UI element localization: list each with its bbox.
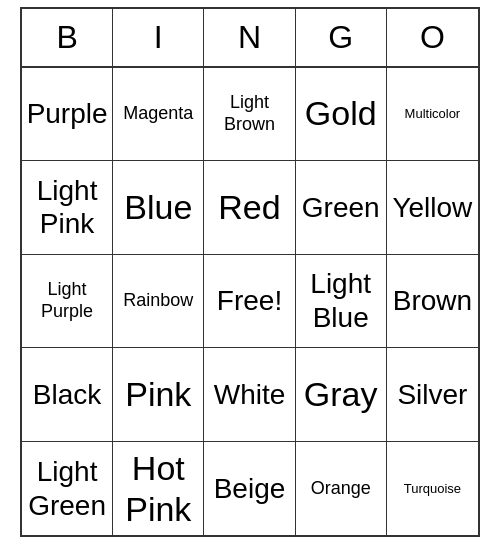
bingo-cell-6: Blue bbox=[113, 161, 204, 255]
bingo-cell-21: HotPink bbox=[113, 442, 204, 536]
bingo-grid: PurpleMagentaLightBrownGoldMulticolorLig… bbox=[22, 68, 478, 536]
bingo-cell-3: Gold bbox=[296, 68, 387, 162]
bingo-cell-20: LightGreen bbox=[22, 442, 113, 536]
header-cell-N: N bbox=[204, 9, 295, 66]
bingo-header: BINGO bbox=[22, 9, 478, 68]
header-cell-I: I bbox=[113, 9, 204, 66]
bingo-cell-17: White bbox=[204, 348, 295, 442]
bingo-cell-12: Free! bbox=[204, 255, 295, 349]
bingo-cell-13: LightBlue bbox=[296, 255, 387, 349]
bingo-cell-15: Black bbox=[22, 348, 113, 442]
bingo-cell-16: Pink bbox=[113, 348, 204, 442]
header-cell-O: O bbox=[387, 9, 478, 66]
bingo-cell-8: Green bbox=[296, 161, 387, 255]
bingo-cell-11: Rainbow bbox=[113, 255, 204, 349]
bingo-cell-23: Orange bbox=[296, 442, 387, 536]
bingo-cell-10: LightPurple bbox=[22, 255, 113, 349]
bingo-cell-22: Beige bbox=[204, 442, 295, 536]
bingo-cell-14: Brown bbox=[387, 255, 478, 349]
header-cell-B: B bbox=[22, 9, 113, 66]
bingo-cell-19: Silver bbox=[387, 348, 478, 442]
bingo-cell-1: Magenta bbox=[113, 68, 204, 162]
header-cell-G: G bbox=[296, 9, 387, 66]
bingo-cell-24: Turquoise bbox=[387, 442, 478, 536]
bingo-cell-4: Multicolor bbox=[387, 68, 478, 162]
bingo-cell-0: Purple bbox=[22, 68, 113, 162]
bingo-cell-7: Red bbox=[204, 161, 295, 255]
bingo-cell-2: LightBrown bbox=[204, 68, 295, 162]
bingo-cell-5: LightPink bbox=[22, 161, 113, 255]
bingo-cell-9: Yellow bbox=[387, 161, 478, 255]
bingo-card: BINGO PurpleMagentaLightBrownGoldMultico… bbox=[20, 7, 480, 538]
bingo-cell-18: Gray bbox=[296, 348, 387, 442]
